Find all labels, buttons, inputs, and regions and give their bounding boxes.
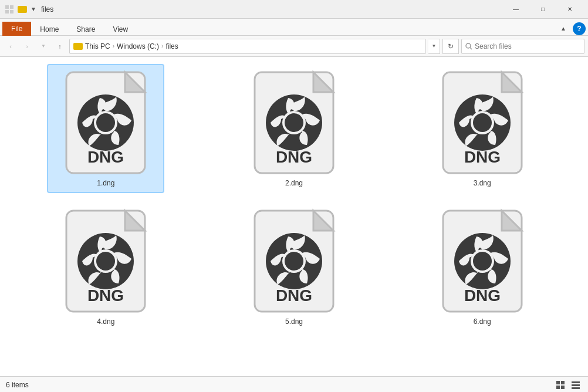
- ribbon: File Home Share View ▲ ?: [0, 19, 588, 36]
- title-bar-icons: ▼: [5, 5, 36, 14]
- breadcrumb-this-pc[interactable]: This PC ›: [85, 42, 114, 50]
- file-label: 6.dng: [474, 317, 491, 326]
- svg-rect-42: [572, 387, 580, 389]
- svg-text:DNG: DNG: [87, 148, 124, 166]
- svg-rect-0: [5, 5, 9, 9]
- dng-file-icon: DNG: [438, 208, 526, 314]
- window-title: files: [41, 5, 502, 13]
- status-count: 6 items: [6, 381, 29, 389]
- svg-rect-3: [10, 10, 13, 13]
- title-quick-access-icon: [5, 5, 14, 14]
- svg-rect-1: [10, 5, 13, 9]
- ribbon-tabs: File Home Share View ▲ ?: [0, 19, 588, 35]
- file-label: 5.dng: [285, 317, 303, 326]
- dng-file-icon: DNG: [62, 208, 150, 314]
- breadcrumb-bar: This PC › Windows (C:) › files: [69, 39, 426, 54]
- maximize-button[interactable]: □: [529, 0, 556, 19]
- dng-file-icon: DNG: [250, 208, 338, 314]
- file-label: 1.dng: [97, 179, 114, 187]
- svg-text:DNG: DNG: [87, 286, 124, 305]
- tab-home[interactable]: Home: [31, 22, 67, 36]
- forward-button[interactable]: ›: [20, 39, 34, 53]
- svg-text:DNG: DNG: [276, 286, 312, 305]
- tab-share[interactable]: Share: [67, 22, 104, 36]
- breadcrumb-folder-icon: [73, 43, 83, 50]
- up-button[interactable]: ↑: [53, 39, 67, 53]
- svg-text:DNG: DNG: [464, 286, 501, 305]
- svg-text:DNG: DNG: [464, 148, 501, 166]
- file-item[interactable]: DNG 1.dng: [47, 64, 164, 193]
- file-label: 2.dng: [285, 179, 303, 187]
- window-controls: — □ ✕: [502, 0, 583, 19]
- svg-point-9: [96, 113, 115, 132]
- svg-rect-36: [556, 381, 560, 384]
- list-view-button[interactable]: [569, 379, 582, 391]
- minimize-button[interactable]: —: [502, 0, 529, 19]
- dropdown-arrow-icon[interactable]: ▼: [31, 6, 36, 12]
- search-bar: [461, 39, 584, 54]
- svg-rect-40: [572, 381, 580, 383]
- refresh-button[interactable]: ↻: [442, 39, 459, 54]
- file-item[interactable]: DNG 2.dng: [235, 64, 353, 193]
- file-grid: DNG 1.dng: [0, 57, 588, 376]
- title-bar: ▼ files — □ ✕: [0, 0, 588, 19]
- file-label: 3.dng: [474, 179, 491, 187]
- breadcrumb-drive[interactable]: Windows (C:) ›: [117, 42, 163, 50]
- close-button[interactable]: ✕: [556, 0, 583, 19]
- folder-icon: [18, 6, 27, 13]
- svg-point-29: [285, 252, 303, 271]
- svg-rect-37: [561, 381, 565, 384]
- tab-file[interactable]: File: [2, 22, 31, 36]
- file-item[interactable]: DNG 6.dng: [424, 202, 541, 332]
- svg-rect-38: [556, 386, 560, 389]
- file-item[interactable]: DNG 4.dng: [47, 202, 164, 332]
- main-content: DNG 1.dng: [0, 57, 588, 376]
- file-label: 4.dng: [97, 317, 114, 326]
- ribbon-options-button[interactable]: ▲: [556, 21, 570, 35]
- svg-rect-39: [561, 386, 565, 389]
- breadcrumb-current[interactable]: files: [165, 42, 178, 50]
- svg-point-19: [473, 113, 492, 132]
- svg-point-34: [473, 252, 492, 271]
- dng-file-icon: DNG: [62, 70, 150, 175]
- back-button[interactable]: ‹: [4, 39, 18, 53]
- status-bar: 6 items: [0, 376, 588, 392]
- file-item[interactable]: DNG 5.dng: [235, 202, 353, 332]
- svg-point-14: [285, 113, 303, 132]
- file-item[interactable]: DNG 3.dng: [424, 64, 541, 193]
- dng-file-icon: DNG: [250, 70, 338, 175]
- recent-button[interactable]: ▼: [36, 39, 50, 53]
- search-icon: [465, 43, 472, 50]
- address-dropdown-button[interactable]: ▼: [428, 39, 440, 54]
- svg-line-5: [470, 48, 472, 49]
- dng-file-icon: DNG: [438, 70, 526, 175]
- svg-point-24: [96, 252, 115, 271]
- view-controls: [554, 379, 582, 391]
- svg-rect-2: [5, 10, 9, 13]
- help-button[interactable]: ?: [573, 22, 586, 35]
- grid-view-button[interactable]: [554, 379, 567, 391]
- svg-text:DNG: DNG: [276, 148, 312, 166]
- tab-view[interactable]: View: [104, 22, 137, 36]
- address-bar: ‹ › ▼ ↑ This PC › Windows (C:) › files ▼…: [0, 36, 588, 57]
- svg-rect-41: [572, 384, 580, 386]
- search-input[interactable]: [475, 42, 580, 50]
- svg-point-4: [466, 43, 471, 48]
